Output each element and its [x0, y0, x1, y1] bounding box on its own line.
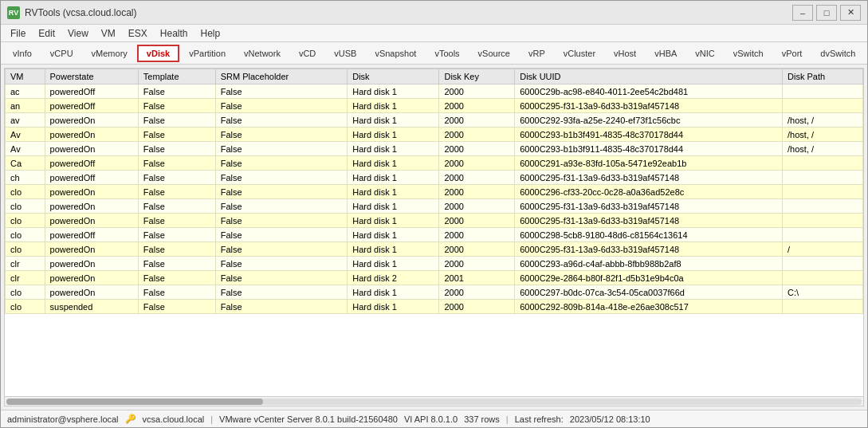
cell-disk-path [783, 99, 863, 113]
cell-vm: clo [6, 228, 45, 242]
menu-item-vm[interactable]: VM [95, 25, 122, 42]
menu-item-view[interactable]: View [61, 25, 95, 42]
disk-table: VMPowerstateTemplateSRM PlaceholderDiskD… [5, 69, 863, 314]
table-row[interactable]: clopoweredOffFalseFalseHard disk 1200060… [6, 228, 863, 242]
user-icon: 🔑 [125, 414, 136, 425]
cell-disk-key: 2000 [439, 113, 515, 128]
menu-item-esx[interactable]: ESX [122, 25, 154, 42]
tab-vUSB[interactable]: vUSB [325, 45, 365, 62]
cell-vm: Ca [6, 156, 45, 171]
tab-vMemory[interactable]: vMemory [83, 45, 136, 62]
cell-disk-path: /host, / [783, 142, 863, 156]
table-container[interactable]: VMPowerstateTemplateSRM PlaceholderDiskD… [5, 69, 863, 396]
cell-disk-uuid: 6000C295-f31-13a9-6d33-b319af457148 [515, 171, 783, 185]
table-row[interactable]: AvpoweredOnFalseFalseHard disk 120006000… [6, 142, 863, 156]
maximize-button[interactable]: □ [816, 5, 837, 21]
tab-vSource[interactable]: vSource [469, 45, 519, 62]
close-button[interactable]: ✕ [840, 5, 861, 21]
menu-item-file[interactable]: File [4, 25, 32, 42]
table-row[interactable]: clopoweredOnFalseFalseHard disk 12000600… [6, 185, 863, 199]
tab-vSwitch[interactable]: vSwitch [725, 45, 772, 62]
cell-disk: Hard disk 1 [348, 171, 439, 185]
tab-vCPU[interactable]: vCPU [41, 45, 82, 62]
tab-vNIC[interactable]: vNIC [686, 45, 723, 62]
cell-disk-uuid: 6000C292-809b-814a-418e-e26ae308c517 [515, 300, 783, 314]
title-bar-left: RV RVTools (vcsa.cloud.local) [7, 6, 137, 19]
tab-vPort[interactable]: vPort [773, 45, 811, 62]
cell-disk-path [783, 300, 863, 314]
table-row[interactable]: avpoweredOnFalseFalseHard disk 120006000… [6, 113, 863, 128]
cell-vm: clr [6, 271, 45, 285]
cell-srm-placeholder: False [215, 156, 348, 171]
table-row[interactable]: clopoweredOnFalseFalseHard disk 12000600… [6, 285, 863, 300]
col-disk-key[interactable]: Disk Key [439, 69, 515, 84]
tab-vCluster[interactable]: vCluster [555, 45, 604, 62]
cell-srm-placeholder: False [215, 228, 348, 242]
scrollbar-thumb [6, 399, 263, 405]
cell-disk-path [783, 257, 863, 271]
tab-vPartition[interactable]: vPartition [180, 45, 234, 62]
cell-powerstate: poweredOn [45, 271, 138, 285]
cell-srm-placeholder: False [215, 271, 348, 285]
col-vm[interactable]: VM [6, 69, 45, 84]
tab-vHost[interactable]: vHost [605, 45, 645, 62]
cell-disk: Hard disk 1 [348, 99, 439, 113]
cell-disk-path [783, 84, 863, 99]
app-icon: RV [7, 6, 20, 19]
tab-dvPort[interactable]: dvPort [865, 45, 867, 62]
table-row[interactable]: AvpoweredOnFalseFalseHard disk 120006000… [6, 128, 863, 142]
tab-vNetwork[interactable]: vNetwork [235, 45, 289, 62]
tab-vSnapshot[interactable]: vSnapshot [366, 45, 425, 62]
table-row[interactable]: CapoweredOffFalseFalseHard disk 12000600… [6, 156, 863, 171]
tab-vInfo[interactable]: vInfo [4, 45, 41, 62]
col-disk[interactable]: Disk [348, 69, 439, 84]
cell-template: False [138, 84, 215, 99]
status-rows: 337 rows [464, 414, 500, 424]
tab-vCD[interactable]: vCD [290, 45, 324, 62]
window-title: RVTools (vcsa.cloud.local) [25, 7, 137, 18]
cell-disk-key: 2001 [439, 271, 515, 285]
status-product: VMware vCenter Server 8.0.1 build-215604… [219, 414, 398, 424]
horizontal-scrollbar[interactable] [6, 399, 862, 405]
tab-vRP[interactable]: vRP [520, 45, 554, 62]
table-row[interactable]: clrpoweredOnFalseFalseHard disk 22001600… [6, 271, 863, 285]
cell-vm: clo [6, 242, 45, 257]
col-template[interactable]: Template [138, 69, 215, 84]
status-user: administrator@vsphere.local [7, 414, 119, 424]
table-row[interactable]: clopoweredOnFalseFalseHard disk 12000600… [6, 199, 863, 214]
table-row[interactable]: acpoweredOffFalseFalseHard disk 12000600… [6, 84, 863, 99]
table-header-row: VMPowerstateTemplateSRM PlaceholderDiskD… [6, 69, 863, 84]
minimize-button[interactable]: – [792, 5, 813, 21]
col-powerstate[interactable]: Powerstate [45, 69, 138, 84]
table-row[interactable]: closuspendedFalseFalseHard disk 12000600… [6, 300, 863, 314]
cell-template: False [138, 285, 215, 300]
col-srm-placeholder[interactable]: SRM Placeholder [215, 69, 348, 84]
cell-disk-key: 2000 [439, 285, 515, 300]
cell-disk-path [783, 185, 863, 199]
table-row[interactable]: anpoweredOffFalseFalseHard disk 12000600… [6, 99, 863, 113]
table-row[interactable]: clopoweredOnFalseFalseHard disk 12000600… [6, 242, 863, 257]
cell-disk: Hard disk 1 [348, 214, 439, 228]
menu-item-edit[interactable]: Edit [32, 25, 61, 42]
tab-vDisk[interactable]: vDisk [137, 45, 179, 62]
menu-item-health[interactable]: Health [154, 25, 194, 42]
cell-disk-uuid: 6000C295-f31-13a9-6d33-b319af457148 [515, 214, 783, 228]
cell-disk-path [783, 228, 863, 242]
col-disk-uuid[interactable]: Disk UUID [515, 69, 783, 84]
table-row[interactable]: clopoweredOnFalseFalseHard disk 12000600… [6, 214, 863, 228]
tab-vTools[interactable]: vTools [426, 45, 468, 62]
cell-vm: clo [6, 185, 45, 199]
cell-powerstate: poweredOn [45, 142, 138, 156]
cell-disk-path [783, 171, 863, 185]
menu-item-help[interactable]: Help [194, 25, 227, 42]
cell-disk-key: 2000 [439, 156, 515, 171]
cell-disk-uuid: 6000C292-93fa-a25e-2240-ef73f1c56cbc [515, 113, 783, 128]
col-disk-path[interactable]: Disk Path [783, 69, 863, 84]
table-row[interactable]: clrpoweredOnFalseFalseHard disk 12000600… [6, 257, 863, 271]
tab-vHBA[interactable]: vHBA [646, 45, 685, 62]
cell-srm-placeholder: False [215, 242, 348, 257]
cell-disk-uuid: 6000C298-5cb8-9180-48d6-c81564c13614 [515, 228, 783, 242]
tab-dvSwitch[interactable]: dvSwitch [811, 45, 864, 62]
table-row[interactable]: chpoweredOffFalseFalseHard disk 12000600… [6, 171, 863, 185]
cell-template: False [138, 242, 215, 257]
